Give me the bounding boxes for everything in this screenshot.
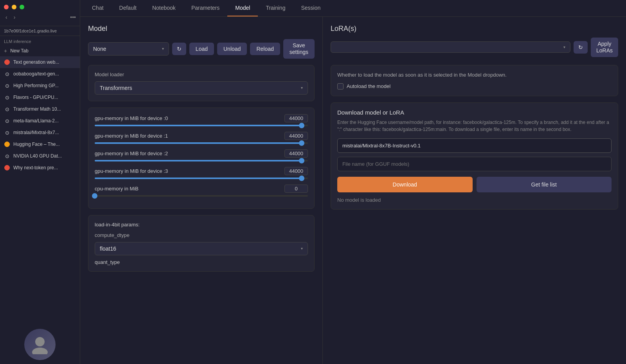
sidebar-item-label: Text generation web... [13, 59, 59, 65]
model-panel-title: Model [88, 25, 315, 33]
circle-icon [4, 141, 10, 147]
loader-selected-value: Transformers [100, 85, 132, 91]
autoload-section: Whether to load the model as soon as it … [331, 65, 618, 96]
load-button[interactable]: Load [189, 43, 214, 55]
refresh-model-button[interactable]: ↻ [172, 43, 186, 55]
refresh-icon: ↻ [177, 46, 182, 52]
apply-loras-button[interactable]: Apply LoRAs [591, 38, 618, 57]
sidebar-item-oobabooga[interactable]: ⊙ oobabooga/text-gen... [0, 68, 80, 80]
lora-dropdown[interactable]: ▾ [331, 41, 570, 53]
github-icon: ⊙ [4, 118, 10, 124]
back-button[interactable]: ‹ [4, 13, 9, 21]
github-icon: ⊙ [4, 106, 10, 112]
download-description: Enter the Hugging Face username/model pa… [337, 119, 612, 133]
cpu-value[interactable]: 0 [284, 185, 308, 193]
sidebar-section-label: LLM inference [0, 36, 80, 45]
gpu2-thumb[interactable] [299, 158, 304, 163]
quant-type-label: quant_type [95, 259, 308, 265]
gpu0-thumb[interactable] [299, 123, 304, 128]
content-area: Model None ▾ ↻ Load Unload Reload Save s… [80, 17, 626, 364]
chevron-down-icon: ▾ [301, 246, 303, 251]
download-buttons-row: Download Get file list [337, 177, 612, 192]
more-button[interactable]: ••• [70, 14, 76, 20]
get-file-list-button[interactable]: Get file list [477, 177, 612, 192]
refresh-lora-button[interactable]: ↻ [574, 41, 588, 54]
sidebar-item-meta-llama[interactable]: ⊙ meta-llama/Llama-2... [0, 115, 80, 127]
tab-parameters[interactable]: Parameters [183, 0, 227, 16]
circle-icon [4, 59, 10, 65]
gpu1-track[interactable] [95, 142, 308, 144]
maximize-window-btn[interactable] [20, 5, 24, 9]
unload-button[interactable]: Unload [217, 43, 247, 55]
tab-model[interactable]: Model [227, 0, 258, 16]
cpu-label: cpu-memory in MiB [95, 186, 139, 192]
compute-dtype-value: float16 [100, 246, 116, 252]
gpu0-value[interactable]: 44000 [284, 114, 308, 122]
gpu1-thumb[interactable] [299, 140, 304, 146]
compute-dtype-dropdown[interactable]: float16 ▾ [95, 242, 308, 255]
memory-sliders-section: gpu-memory in MiB for device :0 44000 gp… [88, 108, 315, 209]
sidebar-bottom [0, 325, 80, 364]
sidebar-item-high-perf[interactable]: ⊙ High Performing GP... [0, 80, 80, 91]
lora-row: ▾ ↻ Apply LoRAs [331, 38, 618, 57]
sidebar-item-transformer-math[interactable]: ⊙ Transformer Math 10... [0, 103, 80, 115]
avatar [24, 329, 56, 360]
gpu3-value[interactable]: 44000 [284, 167, 308, 175]
sidebar-top: ‹ › ••• [0, 0, 80, 26]
tab-notebook[interactable]: Notebook [144, 0, 183, 16]
sidebar-item-nvidia[interactable]: ⊙ NVIDIA L40 GPU Dat... [0, 150, 80, 162]
gpu2-track[interactable] [95, 160, 308, 161]
cpu-track[interactable] [95, 195, 308, 197]
gpu2-slider-row: gpu-memory in MiB for device :2 44000 [95, 149, 308, 161]
sidebar-item-flavors[interactable]: ⊙ Flavors - GPU/CPU... [0, 91, 80, 103]
gpu2-label: gpu-memory in MiB for device :2 [95, 151, 168, 156]
site-url: 1b7e06f1dce1e1.gradio.live [0, 26, 80, 36]
tab-chat[interactable]: Chat [84, 0, 112, 16]
gpu3-thumb[interactable] [299, 176, 304, 181]
sidebar-item-label: Why next-token pre... [13, 165, 58, 170]
sidebar-item-mistralai[interactable]: ⊙ mistralai/Mixtral-8x7... [0, 127, 80, 138]
circle-icon [4, 165, 10, 171]
chevron-down-icon: ▾ [162, 47, 164, 51]
autoload-checkbox-row[interactable]: Autoload the model [337, 83, 612, 90]
model-path-input[interactable] [337, 138, 612, 153]
github-icon: ⊙ [4, 82, 10, 89]
model-selector-row: None ▾ ↻ Load Unload Reload Save setting… [88, 39, 315, 59]
sidebar-item-text-gen[interactable]: Text generation web... [0, 56, 80, 68]
sidebar: ‹ › ••• 1b7e06f1dce1e1.gradio.live LLM i… [0, 0, 80, 364]
gpu3-slider-row: gpu-memory in MiB for device :3 44000 [95, 167, 308, 179]
cpu-thumb[interactable] [92, 193, 97, 199]
tab-default[interactable]: Default [112, 0, 144, 16]
loader-dropdown[interactable]: Transformers ▾ [95, 81, 308, 95]
gpu2-value[interactable]: 44000 [284, 149, 308, 158]
minimize-window-btn[interactable] [12, 5, 16, 9]
sidebar-item-label: NVIDIA L40 GPU Dat... [13, 153, 62, 159]
file-name-input[interactable] [337, 157, 612, 171]
gpu3-label: gpu-memory in MiB for device :3 [95, 168, 168, 174]
reload-button[interactable]: Reload [250, 43, 280, 55]
save-settings-button[interactable]: Save settings [283, 39, 315, 59]
model-dropdown[interactable]: None ▾ [88, 42, 169, 56]
chevron-down-icon: ▾ [563, 45, 565, 49]
gpu3-track[interactable] [95, 178, 308, 179]
model-selected-value: None [93, 46, 106, 52]
gpu1-slider-row: gpu-memory in MiB for device :1 44000 [95, 132, 308, 144]
right-panel: LoRA(s) ▾ ↻ Apply LoRAs Whether to load … [323, 17, 626, 364]
new-tab-button[interactable]: + New Tab [0, 45, 80, 56]
github-icon: ⊙ [4, 71, 10, 77]
tab-training[interactable]: Training [258, 0, 293, 16]
download-button[interactable]: Download [337, 177, 473, 192]
gpu0-track[interactable] [95, 125, 308, 126]
model-loader-title: Model loader [95, 72, 308, 77]
sidebar-item-why-next[interactable]: Why next-token pre... [0, 162, 80, 174]
sidebar-item-label: oobabooga/text-gen... [13, 71, 59, 77]
autoload-checkbox[interactable] [337, 83, 344, 90]
forward-button[interactable]: › [12, 13, 17, 21]
sidebar-item-label: High Performing GP... [13, 83, 59, 88]
download-title: Download model or LoRA [337, 109, 612, 116]
close-window-btn[interactable] [4, 5, 9, 9]
sidebar-item-hugging-face[interactable]: Hugging Face – The... [0, 138, 80, 150]
sidebar-item-label: Hugging Face – The... [13, 142, 60, 147]
gpu1-value[interactable]: 44000 [284, 132, 308, 140]
tab-session[interactable]: Session [293, 0, 328, 16]
